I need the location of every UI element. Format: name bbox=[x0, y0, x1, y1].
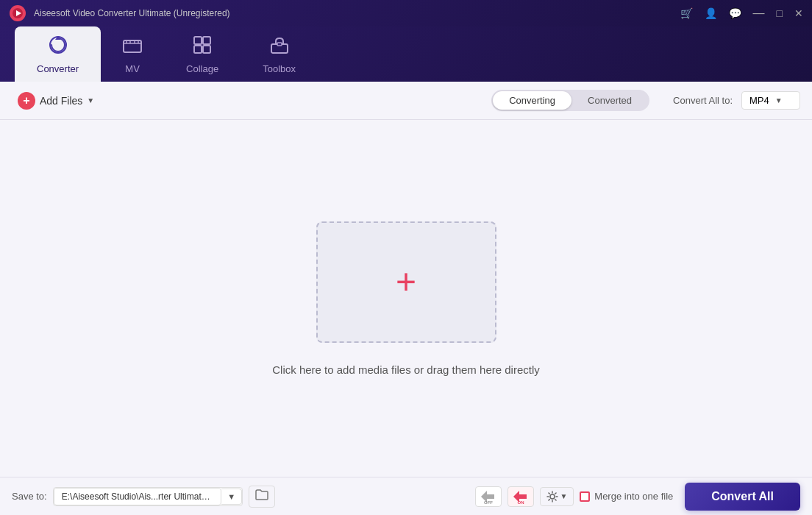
merge-checkbox[interactable] bbox=[580, 491, 590, 502]
tab-toolbox[interactable]: Toolbox bbox=[241, 26, 318, 82]
merge-label: Merge into one file bbox=[580, 491, 673, 502]
settings-button[interactable]: ▼ bbox=[540, 487, 574, 506]
converting-tab-button[interactable]: Converting bbox=[493, 91, 571, 110]
converted-tab-button[interactable]: Converted bbox=[571, 91, 648, 110]
toolbox-icon bbox=[270, 35, 289, 59]
tab-collage[interactable]: Collage bbox=[164, 26, 241, 82]
svg-rect-16 bbox=[277, 43, 282, 46]
add-files-button[interactable]: + Add Files ▼ bbox=[12, 89, 100, 113]
merge-text: Merge into one file bbox=[594, 491, 673, 502]
save-to-label: Save to: bbox=[12, 491, 47, 502]
svg-text:OFF: OFF bbox=[484, 500, 493, 505]
minimize-button[interactable]: — bbox=[753, 7, 765, 19]
close-button[interactable]: ✕ bbox=[794, 8, 803, 18]
settings-dropdown-arrow: ▼ bbox=[560, 492, 567, 500]
acceleration-on-button[interactable]: ON bbox=[508, 486, 534, 507]
maximize-button[interactable]: □ bbox=[777, 8, 783, 18]
svg-point-19 bbox=[550, 494, 555, 499]
drop-plus-icon: + bbox=[396, 264, 416, 299]
nav-bar: Converter MV Collage bbox=[0, 26, 812, 82]
collage-icon bbox=[193, 35, 212, 59]
drop-hint-text: Click here to add media files or drag th… bbox=[272, 363, 540, 376]
window-controls: 🛒 👤 💬 — □ ✕ bbox=[680, 7, 803, 19]
browse-folder-button[interactable] bbox=[249, 486, 275, 508]
toolbar: + Add Files ▼ Converting Converted Conve… bbox=[0, 82, 812, 120]
mv-icon bbox=[123, 38, 142, 59]
format-select[interactable]: MP4 ▼ bbox=[741, 91, 800, 110]
toolbox-tab-label: Toolbox bbox=[263, 63, 296, 74]
format-dropdown-arrow: ▼ bbox=[775, 96, 783, 104]
convert-all-button[interactable]: Convert All bbox=[685, 483, 800, 511]
save-path-input[interactable]: E:\Aiseesoft Studio\Ais...rter Ultimate\… bbox=[54, 488, 221, 505]
converter-tab-label: Converter bbox=[37, 63, 79, 74]
chat-icon[interactable]: 💬 bbox=[729, 8, 741, 18]
add-files-label: Add Files bbox=[40, 95, 82, 107]
drop-zone[interactable]: + bbox=[316, 221, 496, 343]
app-title: Aiseesoft Video Converter Ultimate (Unre… bbox=[34, 8, 680, 18]
format-value: MP4 bbox=[749, 95, 769, 106]
svg-rect-12 bbox=[203, 37, 210, 44]
bottom-bar: Save to: E:\Aiseesoft Studio\Ais...rter … bbox=[0, 477, 812, 515]
save-path-dropdown-button[interactable]: ▼ bbox=[221, 489, 242, 505]
svg-rect-14 bbox=[203, 46, 210, 53]
tab-converter[interactable]: Converter bbox=[15, 26, 101, 82]
tab-switch: Converting Converted bbox=[491, 90, 649, 111]
user-icon[interactable]: 👤 bbox=[705, 8, 717, 18]
main-content: + Click here to add media files or drag … bbox=[0, 120, 812, 477]
tab-mv[interactable]: MV bbox=[101, 29, 164, 82]
cart-icon[interactable]: 🛒 bbox=[680, 8, 693, 18]
svg-text:ON: ON bbox=[518, 500, 524, 505]
mv-tab-label: MV bbox=[125, 63, 140, 74]
titlebar: Aiseesoft Video Converter Ultimate (Unre… bbox=[0, 0, 812, 26]
svg-rect-11 bbox=[194, 37, 202, 44]
converter-icon bbox=[49, 35, 68, 59]
add-icon: + bbox=[18, 92, 35, 110]
collage-tab-label: Collage bbox=[186, 63, 218, 74]
app-logo bbox=[9, 4, 26, 22]
acceleration-off-button[interactable]: OFF bbox=[475, 486, 502, 507]
add-dropdown-arrow: ▼ bbox=[87, 96, 94, 104]
convert-all-to-label: Convert All to: bbox=[673, 95, 733, 106]
svg-rect-13 bbox=[194, 46, 202, 53]
